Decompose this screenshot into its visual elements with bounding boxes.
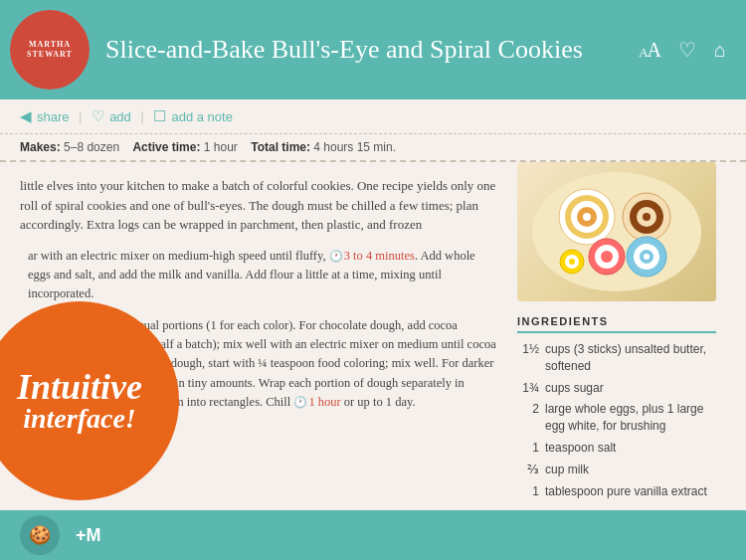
font-size-control[interactable]: AA [639, 39, 660, 62]
ingredient-row: 1 teaspoon salt [517, 440, 716, 457]
header: MARTHA STEWART Slice-and-Bake Bull's-Eye… [0, 0, 746, 99]
separator2: | [141, 108, 144, 124]
ingredient-qty: 2 [517, 401, 539, 435]
total-value: 4 hours 15 min. [313, 140, 396, 154]
ingredient-row: ⅔ cup milk [517, 462, 716, 478]
note-button[interactable]: ☐ add a note [153, 107, 232, 125]
step-text: ar with an electric mixer on medium-high… [28, 247, 497, 304]
logo-line1: MARTHA [27, 40, 73, 50]
ingredient-row: 1½ cups (3 sticks) unsalted butter, soft… [517, 341, 716, 375]
clock-icon1: 🕐 [329, 250, 343, 262]
add-button[interactable]: ♡ add [92, 107, 131, 125]
heart-icon: ♡ [92, 107, 104, 125]
recipe-image-svg [517, 162, 716, 301]
ingredients-section: INGREDIENTS 1½ cups (3 sticks) unsalted … [517, 315, 716, 507]
active-value: 1 hour [204, 140, 238, 154]
header-icons: AA ♡ ⌂ [639, 38, 726, 62]
ingredient-desc: teaspoon salt [545, 440, 616, 457]
ingredient-qty: ⅔ [517, 462, 539, 478]
ingredient-qty: 1½ [517, 341, 539, 375]
badge-line2: interface! [23, 405, 136, 433]
svg-point-12 [601, 251, 613, 263]
ingredients-title: INGREDIENTS [517, 315, 716, 333]
ingredient-row: 5 cups all-purpose flour, plus more for … [517, 504, 716, 507]
time-link1[interactable]: 3 to 4 minutes [344, 249, 415, 263]
page-title: Slice-and-Bake Bull's-Eye and Spiral Coo… [105, 34, 619, 65]
ingredient-row: 1 tablespoon pure vanilla extract [517, 483, 716, 500]
favorite-icon[interactable]: ♡ [678, 38, 696, 62]
add-label: add [109, 109, 131, 124]
font-large-icon[interactable]: A [648, 39, 660, 61]
svg-point-16 [644, 254, 650, 260]
ingredient-qty: 1 [517, 440, 539, 457]
share-icon: ◀ [20, 107, 32, 125]
svg-point-0 [532, 172, 701, 291]
ingredient-desc: large whole eggs, plus 1 large egg white… [545, 401, 716, 435]
main-content: Intuitive interface! little elves into y… [0, 162, 746, 507]
ingredient-desc: cup milk [545, 462, 589, 478]
ingredient-desc: cups all-purpose flour, plus more for wo… [545, 504, 716, 507]
recipe-description: little elves into your kitchen to make a… [20, 176, 497, 235]
logo-line2: STEWART [27, 50, 73, 60]
meta-line: Makes: 5–8 dozen Active time: 1 hour Tot… [0, 134, 746, 162]
ingredient-qty: 1¾ [517, 380, 539, 397]
badge-line1: Intuitive [17, 369, 142, 405]
ingredient-row: 2 large whole eggs, plus 1 large egg whi… [517, 401, 716, 435]
separator1: | [80, 108, 83, 124]
clock-icon2: 🕐 [293, 396, 307, 408]
note-label: add a note [171, 109, 232, 124]
ingredient-desc: cups (3 sticks) unsalted butter, softene… [545, 341, 716, 375]
share-button[interactable]: ◀ share [20, 107, 70, 125]
cookie-button[interactable]: 🍪 [20, 515, 60, 555]
makes-value: 5–8 dozen [64, 140, 119, 154]
makes-label: Makes: [20, 140, 61, 154]
ingredient-qty: 5 [517, 504, 539, 507]
plus-m-button[interactable]: +M [76, 525, 101, 546]
svg-point-9 [643, 213, 651, 221]
toolbar: ◀ share | ♡ add | ☐ add a note [0, 99, 746, 134]
svg-point-19 [569, 259, 575, 265]
note-icon: ☐ [153, 107, 166, 125]
svg-point-5 [583, 213, 591, 221]
active-label: Active time: [132, 140, 200, 154]
left-column: Intuitive interface! little elves into y… [0, 162, 517, 507]
time-link2[interactable]: 1 hour [308, 395, 340, 409]
logo: MARTHA STEWART [10, 10, 90, 90]
total-label: Total time: [251, 140, 310, 154]
ingredient-desc: cups sugar [545, 380, 604, 397]
step-item: ar with an electric mixer on medium-high… [20, 247, 497, 304]
bottom-bar: 🍪 +M [0, 510, 746, 560]
font-small-icon[interactable]: A [639, 45, 647, 60]
share-label: share [37, 109, 70, 124]
recipe-image [517, 162, 716, 301]
ingredient-qty: 1 [517, 483, 539, 500]
ingredient-desc: tablespoon pure vanilla extract [545, 483, 707, 500]
ingredient-row: 1¾ cups sugar [517, 380, 716, 397]
home-icon[interactable]: ⌂ [714, 39, 726, 62]
cookie-icon: 🍪 [29, 524, 51, 546]
right-column: INGREDIENTS 1½ cups (3 sticks) unsalted … [517, 162, 746, 507]
